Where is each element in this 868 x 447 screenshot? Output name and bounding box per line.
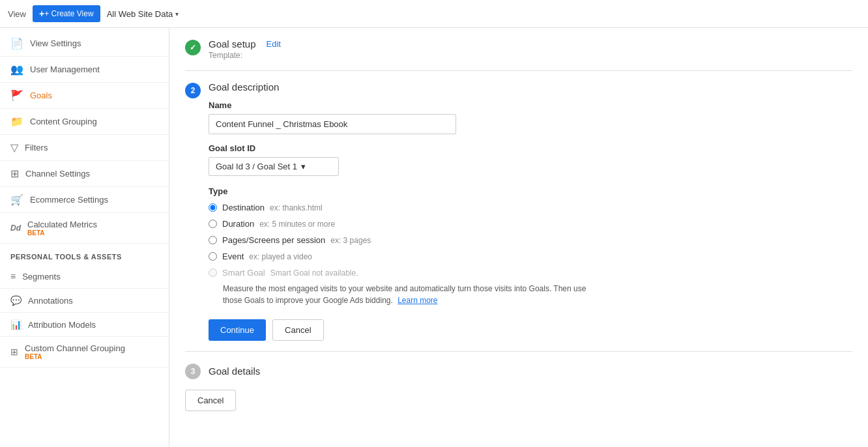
sidebar-item-label: Filters [25,143,48,152]
event-label: Event [222,252,244,261]
content-area: ✓ Goal setup Edit Template: 2 Goal descr… [169,28,868,447]
custom-channel-icon: ⊞ [10,347,18,357]
type-destination[interactable]: Destination ex: thanks.html [209,203,852,212]
step3-number: 3 [191,367,195,376]
sidebar-item-label: Calculated Metrics [27,220,97,229]
type-label: Type [209,186,852,196]
attribution-icon: 📊 [10,319,22,330]
step2-title: Goal description [209,81,852,93]
smart-goal-info: Measure the most engaged visits to your … [223,283,601,306]
channel-icon: ⊞ [10,167,19,180]
dropdown-arrow-icon: ▾ [175,10,179,18]
goal-slot-select[interactable]: Goal Id 3 / Goal Set 1 ▾ [209,157,339,176]
sidebar-item-view-settings[interactable]: 📄 View Settings [0,31,169,57]
sidebar-item-attribution-models[interactable]: 📊 Attribution Models [0,313,169,337]
step2-number: 2 [191,86,195,95]
personal-tools-header: PERSONAL TOOLS & ASSETS [0,244,169,265]
step1-title: Goal setup [209,38,256,50]
goal-slot-label: Goal slot ID [209,143,852,153]
learn-more-link[interactable]: Learn more [398,296,437,305]
flag-icon: 🚩 [10,89,23,102]
step2-icon: 2 [185,83,201,98]
sidebar-item-label: Content Grouping [30,117,97,126]
bottom-cancel-section: Cancel [185,390,852,411]
step1-icon: ✓ [185,40,201,55]
top-bar: View + + Create View All Web Site Data ▾ [0,0,868,28]
type-smart-goal: Smart Goal Smart Goal not available. [209,268,852,278]
goal-slot-arrow-icon: ▾ [301,162,306,171]
smart-goal-label: Smart Goal [222,268,265,278]
checkmark-icon: ✓ [190,43,196,52]
sidebar-item-label: Custom Channel Grouping [25,343,125,353]
view-label: View [8,9,26,19]
sidebar-item-ecommerce[interactable]: 🛒 Ecommerce Settings [0,187,169,213]
sidebar-item-label: Ecommerce Settings [30,195,108,205]
sidebar-item-label: Annotations [28,296,73,306]
name-label: Name [209,100,852,110]
calc-icon: Dd [10,224,21,233]
cancel-button-step2[interactable]: Cancel [272,319,323,341]
sidebar-item-label: Attribution Models [28,320,96,330]
step3: 3 Goal details [185,362,852,379]
step2: 2 Goal description Name Goal slot ID Goa… [185,81,852,341]
step1-subtitle: Template: [209,51,281,60]
type-pages-screens[interactable]: Pages/Screens per session ex: 3 pages [209,235,852,245]
document-icon: 📄 [10,37,23,50]
sidebar-item-goals[interactable]: 🚩 Goals [0,83,169,109]
step-divider-2 [185,351,852,352]
sidebar-item-content-grouping[interactable]: 📁 Content Grouping [0,109,169,135]
radio-smart-goal [209,268,217,277]
pages-screens-example: ex: 3 pages [330,236,371,245]
radio-destination[interactable] [209,203,217,212]
step3-title: Goal details [209,366,260,377]
sidebar-item-label: Goals [30,91,52,100]
sidebar-item-user-management[interactable]: 👥 User Management [0,57,169,83]
cancel-button-bottom[interactable]: Cancel [185,390,236,411]
destination-example: ex: thanks.html [270,203,323,212]
duration-label: Duration [222,219,254,229]
sidebar-item-segments[interactable]: ≡ Segments [0,265,169,289]
action-buttons: Continue Cancel [209,319,852,341]
beta-badge-custom: BETA [25,353,125,360]
segments-icon: ≡ [10,271,16,281]
sidebar-item-label: User Management [30,65,100,74]
sidebar-item-annotations[interactable]: 💬 Annotations [0,289,169,313]
users-icon: 👥 [10,63,23,76]
goal-name-input[interactable] [209,114,456,134]
radio-pages-screens[interactable] [209,236,217,244]
main-layout: 📄 View Settings 👥 User Management 🚩 Goal… [0,28,868,447]
sidebar-item-filters[interactable]: ▽ Filters [0,135,169,161]
create-view-button[interactable]: + + Create View [33,5,100,22]
plus-icon: + [39,8,44,19]
continue-button[interactable]: Continue [209,319,266,341]
pages-screens-label: Pages/Screens per session [222,235,325,245]
beta-badge: BETA [27,229,97,237]
site-name: All Web Site Data [107,9,173,19]
ecommerce-icon: 🛒 [10,194,23,206]
step-divider-1 [185,70,852,71]
goal-slot-value: Goal Id 3 / Goal Set 1 [216,162,297,171]
radio-duration[interactable] [209,220,217,228]
sidebar-item-label: Channel Settings [25,169,90,179]
sidebar-item-custom-channel[interactable]: ⊞ Custom Channel Grouping BETA [0,337,169,368]
sidebar: 📄 View Settings 👥 User Management 🚩 Goal… [0,28,169,447]
step1: ✓ Goal setup Edit Template: [185,38,852,60]
smart-goal-example: Smart Goal not available. [270,268,358,278]
view-selector[interactable]: All Web Site Data ▾ [107,9,179,19]
type-event[interactable]: Event ex: played a video [209,252,852,261]
step1-edit-link[interactable]: Edit [267,39,281,49]
type-radio-group: Destination ex: thanks.html Duration ex:… [209,203,852,278]
type-duration[interactable]: Duration ex: 5 minutes or more [209,219,852,229]
sidebar-item-calculated-metrics[interactable]: Dd Calculated Metrics BETA [0,213,169,244]
filter-icon: ▽ [10,141,18,154]
folder-icon: 📁 [10,115,23,128]
destination-label: Destination [222,203,265,212]
create-view-label: + Create View [44,9,94,18]
sidebar-item-label: Segments [22,272,61,281]
sidebar-item-channel-settings[interactable]: ⊞ Channel Settings [0,161,169,187]
radio-event[interactable] [209,252,217,261]
event-example: ex: played a video [249,252,312,261]
annotations-icon: 💬 [10,295,22,306]
step3-icon: 3 [185,364,201,379]
duration-example: ex: 5 minutes or more [259,220,335,229]
